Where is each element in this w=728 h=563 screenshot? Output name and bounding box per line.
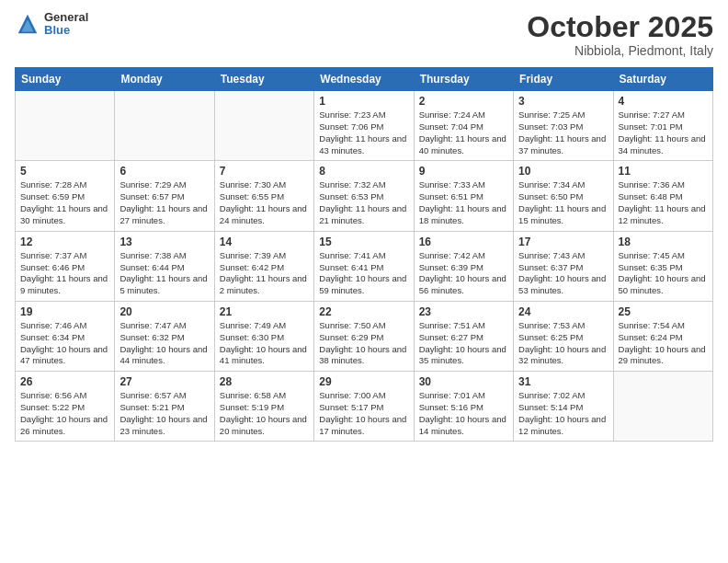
day-number: 7 (220, 165, 309, 178)
day-info: Sunrise: 7:02 AM Sunset: 5:14 PM Dayligh… (518, 390, 608, 437)
location: Nibbiola, Piedmont, Italy (527, 43, 713, 58)
day-info: Sunrise: 7:25 AM Sunset: 7:03 PM Dayligh… (518, 109, 608, 156)
table-row: 9Sunrise: 7:33 AM Sunset: 6:51 PM Daylig… (414, 161, 513, 231)
page-container: General Blue October 2025 Nibbiola, Pied… (0, 0, 728, 453)
table-row: 21Sunrise: 7:49 AM Sunset: 6:30 PM Dayli… (214, 301, 313, 371)
day-info: Sunrise: 7:27 AM Sunset: 7:01 PM Dayligh… (619, 109, 708, 156)
day-info: Sunrise: 7:47 AM Sunset: 6:32 PM Dayligh… (119, 320, 209, 367)
table-row: 3Sunrise: 7:25 AM Sunset: 7:03 PM Daylig… (514, 91, 613, 161)
table-row: 5Sunrise: 7:28 AM Sunset: 6:59 PM Daylig… (16, 161, 115, 231)
day-info: Sunrise: 6:56 AM Sunset: 5:22 PM Dayligh… (20, 390, 109, 437)
day-info: Sunrise: 7:00 AM Sunset: 5:17 PM Dayligh… (319, 390, 408, 437)
table-row: 7Sunrise: 7:30 AM Sunset: 6:55 PM Daylig… (214, 161, 313, 231)
table-row: 1Sunrise: 7:23 AM Sunset: 7:06 PM Daylig… (314, 91, 414, 161)
day-info: Sunrise: 7:54 AM Sunset: 6:24 PM Dayligh… (619, 320, 708, 367)
day-info: Sunrise: 6:58 AM Sunset: 5:19 PM Dayligh… (220, 390, 309, 437)
table-row: 17Sunrise: 7:43 AM Sunset: 6:37 PM Dayli… (514, 231, 613, 301)
table-row: 14Sunrise: 7:39 AM Sunset: 6:42 PM Dayli… (214, 231, 313, 301)
table-row: 4Sunrise: 7:27 AM Sunset: 7:01 PM Daylig… (613, 91, 712, 161)
table-row: 15Sunrise: 7:41 AM Sunset: 6:41 PM Dayli… (314, 231, 414, 301)
day-number: 20 (119, 305, 209, 318)
day-number: 27 (119, 375, 209, 388)
day-number: 23 (419, 305, 508, 318)
title-section: October 2025 Nibbiola, Piedmont, Italy (527, 11, 713, 58)
day-number: 13 (119, 236, 209, 248)
day-info: Sunrise: 7:30 AM Sunset: 6:55 PM Dayligh… (220, 179, 309, 226)
logo: General Blue (15, 11, 88, 38)
table-row: 8Sunrise: 7:32 AM Sunset: 6:53 PM Daylig… (314, 161, 414, 231)
day-info: Sunrise: 7:49 AM Sunset: 6:30 PM Dayligh… (220, 320, 309, 367)
day-number: 6 (119, 165, 209, 178)
day-number: 14 (220, 236, 309, 248)
table-row: 12Sunrise: 7:37 AM Sunset: 6:46 PM Dayli… (16, 231, 115, 301)
table-row: 26Sunrise: 6:56 AM Sunset: 5:22 PM Dayli… (16, 372, 115, 442)
col-tuesday: Tuesday (214, 68, 313, 91)
day-number: 9 (419, 165, 508, 178)
day-info: Sunrise: 7:39 AM Sunset: 6:42 PM Dayligh… (220, 250, 309, 297)
logo-blue: Blue (44, 24, 88, 37)
day-number: 18 (619, 236, 708, 248)
table-row: 22Sunrise: 7:50 AM Sunset: 6:29 PM Dayli… (314, 301, 414, 371)
day-info: Sunrise: 7:29 AM Sunset: 6:57 PM Dayligh… (119, 179, 209, 226)
day-number: 28 (220, 375, 309, 388)
col-wednesday: Wednesday (314, 68, 414, 91)
calendar-week-row: 19Sunrise: 7:46 AM Sunset: 6:34 PM Dayli… (16, 301, 713, 371)
day-info: Sunrise: 7:24 AM Sunset: 7:04 PM Dayligh… (419, 109, 508, 156)
day-info: Sunrise: 7:53 AM Sunset: 6:25 PM Dayligh… (518, 320, 608, 367)
table-row: 20Sunrise: 7:47 AM Sunset: 6:32 PM Dayli… (115, 301, 214, 371)
day-info: Sunrise: 7:46 AM Sunset: 6:34 PM Dayligh… (20, 320, 109, 367)
day-info: Sunrise: 7:41 AM Sunset: 6:41 PM Dayligh… (319, 250, 408, 297)
day-info: Sunrise: 7:50 AM Sunset: 6:29 PM Dayligh… (319, 320, 408, 367)
table-row: 6Sunrise: 7:29 AM Sunset: 6:57 PM Daylig… (115, 161, 214, 231)
month-title: October 2025 (527, 11, 713, 43)
day-number: 16 (419, 236, 508, 248)
day-number: 10 (518, 165, 608, 178)
table-row: 28Sunrise: 6:58 AM Sunset: 5:19 PM Dayli… (214, 372, 313, 442)
col-monday: Monday (115, 68, 214, 91)
day-number: 4 (619, 95, 708, 108)
day-info: Sunrise: 7:34 AM Sunset: 6:50 PM Dayligh… (518, 179, 608, 226)
table-row: 31Sunrise: 7:02 AM Sunset: 5:14 PM Dayli… (514, 372, 613, 442)
day-number: 19 (20, 305, 109, 318)
day-number: 3 (518, 95, 608, 108)
day-number: 12 (20, 236, 109, 248)
day-info: Sunrise: 7:33 AM Sunset: 6:51 PM Dayligh… (419, 179, 508, 226)
logo-general: General (44, 11, 88, 24)
day-number: 31 (518, 375, 608, 388)
calendar-week-row: 26Sunrise: 6:56 AM Sunset: 5:22 PM Dayli… (16, 372, 713, 442)
table-row: 30Sunrise: 7:01 AM Sunset: 5:16 PM Dayli… (414, 372, 513, 442)
day-info: Sunrise: 7:43 AM Sunset: 6:37 PM Dayligh… (518, 250, 608, 297)
logo-text: General Blue (44, 11, 88, 38)
day-info: Sunrise: 7:37 AM Sunset: 6:46 PM Dayligh… (20, 250, 109, 297)
table-row: 27Sunrise: 6:57 AM Sunset: 5:21 PM Dayli… (115, 372, 214, 442)
day-number: 22 (319, 305, 408, 318)
day-info: Sunrise: 7:45 AM Sunset: 6:35 PM Dayligh… (619, 250, 708, 297)
table-row: 24Sunrise: 7:53 AM Sunset: 6:25 PM Dayli… (514, 301, 613, 371)
table-row: 10Sunrise: 7:34 AM Sunset: 6:50 PM Dayli… (514, 161, 613, 231)
table-row: 2Sunrise: 7:24 AM Sunset: 7:04 PM Daylig… (414, 91, 513, 161)
day-number: 11 (619, 165, 708, 178)
col-friday: Friday (514, 68, 613, 91)
day-number: 24 (518, 305, 608, 318)
day-number: 15 (319, 236, 408, 248)
table-row: 25Sunrise: 7:54 AM Sunset: 6:24 PM Dayli… (613, 301, 712, 371)
table-row: 29Sunrise: 7:00 AM Sunset: 5:17 PM Dayli… (314, 372, 414, 442)
table-row (613, 372, 712, 442)
day-number: 2 (419, 95, 508, 108)
day-info: Sunrise: 6:57 AM Sunset: 5:21 PM Dayligh… (119, 390, 209, 437)
calendar-week-row: 5Sunrise: 7:28 AM Sunset: 6:59 PM Daylig… (16, 161, 713, 231)
logo-icon (15, 11, 40, 37)
table-row (115, 91, 214, 161)
col-sunday: Sunday (16, 68, 115, 91)
calendar-header-row: Sunday Monday Tuesday Wednesday Thursday… (16, 68, 713, 91)
day-number: 30 (419, 375, 508, 388)
table-row: 11Sunrise: 7:36 AM Sunset: 6:48 PM Dayli… (613, 161, 712, 231)
day-number: 21 (220, 305, 309, 318)
calendar-week-row: 1Sunrise: 7:23 AM Sunset: 7:06 PM Daylig… (16, 91, 713, 161)
table-row (16, 91, 115, 161)
col-saturday: Saturday (613, 68, 712, 91)
day-number: 25 (619, 305, 708, 318)
day-number: 8 (319, 165, 408, 178)
day-info: Sunrise: 7:51 AM Sunset: 6:27 PM Dayligh… (419, 320, 508, 367)
table-row: 16Sunrise: 7:42 AM Sunset: 6:39 PM Dayli… (414, 231, 513, 301)
